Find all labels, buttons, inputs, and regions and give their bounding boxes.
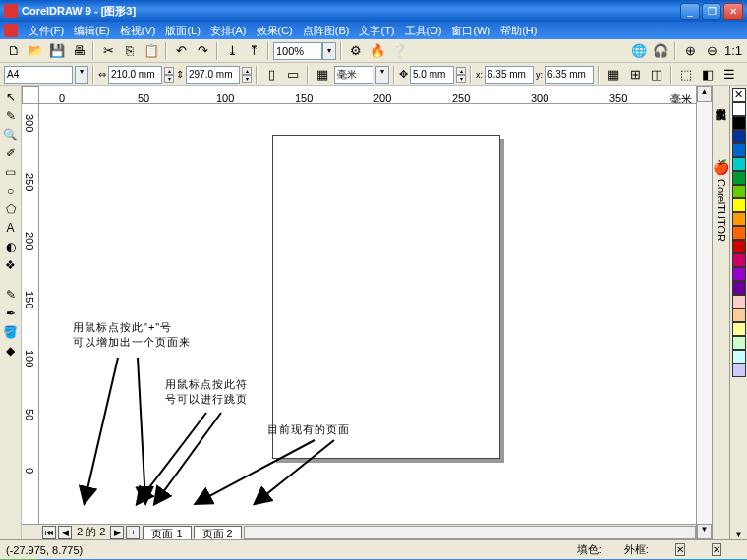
menu-tools[interactable]: 工具(O) (400, 24, 447, 38)
corel-online-button[interactable]: 🔥 (368, 41, 387, 61)
print-button[interactable]: 🖶 (69, 41, 88, 61)
eyedropper-tool[interactable]: ✎ (2, 286, 20, 304)
color-swatch[interactable] (732, 364, 746, 377)
palette-scroll-down[interactable]: ▼ (735, 531, 743, 539)
cut-button[interactable]: ✂ (98, 41, 118, 61)
treat-as-filled-button[interactable]: ◧ (698, 65, 718, 84)
new-button[interactable]: 🗋 (4, 41, 24, 61)
save-button[interactable]: 💾 (47, 41, 67, 61)
page-tab-1[interactable]: 页面 1 (143, 526, 191, 539)
color-swatch[interactable] (732, 281, 746, 295)
unit-combo[interactable] (334, 66, 374, 84)
width-spinner[interactable]: ▴▾ (164, 67, 174, 83)
color-swatch[interactable] (732, 267, 746, 281)
dup-y-input[interactable] (545, 66, 594, 84)
scroll-down-button[interactable]: ▼ (697, 524, 712, 539)
zoom-tool[interactable]: 🔍 (2, 126, 20, 143)
color-swatch[interactable] (732, 253, 746, 267)
menu-window[interactable]: 窗口(W) (446, 24, 495, 38)
undo-button[interactable]: ↶ (171, 41, 191, 61)
color-swatch[interactable] (732, 116, 746, 130)
pick-tool[interactable]: ↖ (2, 88, 20, 106)
snap-grid-button[interactable]: ▦ (603, 65, 623, 84)
zoom-11-button[interactable]: 1:1 (723, 41, 743, 61)
color-swatch[interactable] (732, 295, 746, 308)
open-button[interactable]: 📂 (26, 41, 45, 61)
redo-button[interactable]: ↷ (193, 41, 212, 61)
page-height-input[interactable] (186, 66, 240, 84)
tutor-icon[interactable]: 🍎 (713, 159, 729, 175)
minimize-button[interactable]: _ (680, 3, 700, 20)
text-tool[interactable]: A (2, 219, 20, 237)
menu-edit[interactable]: 编辑(E) (69, 24, 115, 38)
no-color-swatch[interactable]: ✕ (732, 88, 746, 102)
menu-bitmap[interactable]: 点阵图(B) (298, 24, 355, 38)
color-swatch[interactable] (732, 226, 746, 240)
color-swatch[interactable] (732, 212, 746, 226)
snap-obj-button[interactable]: ◫ (647, 65, 666, 84)
paper-size-combo[interactable] (4, 66, 73, 84)
tutor-label[interactable]: CorelTUTOR (716, 179, 727, 242)
doc-control-icon[interactable] (4, 24, 18, 37)
nudge-spinner[interactable]: ▴▾ (456, 67, 466, 83)
portrait-button[interactable]: ▯ (261, 65, 281, 84)
zoom-combo[interactable]: ▾ (273, 42, 336, 60)
zoom-in-button[interactable]: ⊕ (680, 41, 700, 61)
landscape-button[interactable]: ▭ (283, 65, 303, 84)
color-swatch[interactable] (732, 143, 746, 157)
menu-file[interactable]: 文件(F) (24, 24, 69, 38)
add-page-button[interactable]: + (126, 526, 140, 539)
interactive-tool[interactable]: ◆ (2, 342, 20, 360)
ruler-horizontal[interactable]: 0 50 100 150 200 250 300 350 毫米 (39, 86, 696, 104)
unit-dropdown[interactable]: ▾ (375, 66, 389, 84)
snap-guide-button[interactable]: ⊞ (625, 65, 645, 84)
color-swatch[interactable] (732, 102, 746, 116)
fill-tool[interactable]: 🪣 (2, 323, 20, 341)
restore-button[interactable]: ❐ (702, 3, 721, 20)
zoom-input[interactable] (273, 42, 322, 60)
page-width-input[interactable] (108, 66, 162, 84)
close-button[interactable]: ✕ (723, 3, 743, 20)
whats-this-button[interactable]: ❔ (389, 41, 409, 61)
interactive-transparency-tool[interactable]: ❖ (2, 256, 20, 274)
next-page-button[interactable]: ▶ (110, 526, 124, 539)
vertical-scrollbar[interactable]: ▲ ▼ (696, 86, 712, 539)
page-tab-2[interactable]: 页面 2 (194, 526, 242, 539)
options-button[interactable]: ☰ (719, 65, 739, 84)
scroll-up-button[interactable]: ▲ (697, 86, 712, 102)
fill-indicator-icon[interactable]: ✕ (675, 543, 685, 556)
color-swatch[interactable] (732, 157, 746, 171)
ruler-origin[interactable] (22, 86, 39, 104)
outline-tool[interactable]: ✒ (2, 305, 20, 322)
color-swatch[interactable] (732, 350, 746, 364)
height-spinner[interactable]: ▴▾ (242, 67, 252, 83)
import-button[interactable]: ⤓ (222, 41, 242, 61)
menu-help[interactable]: 帮助(H) (495, 24, 542, 38)
nudge-input[interactable] (410, 66, 454, 84)
menu-layout[interactable]: 版面(L) (160, 24, 204, 38)
scroll-track[interactable] (697, 102, 712, 524)
ellipse-tool[interactable]: ○ (2, 182, 20, 199)
paste-button[interactable]: 📋 (142, 41, 161, 61)
paper-dropdown[interactable]: ▾ (75, 66, 88, 84)
app-launcher-button[interactable]: ⚙ (346, 41, 366, 61)
zoom-out-button[interactable]: ⊖ (702, 41, 721, 61)
color-swatch[interactable] (732, 171, 746, 185)
internet-button[interactable]: 🌐 (629, 41, 649, 61)
scrapbook-button[interactable]: 🎧 (651, 41, 670, 61)
ruler-vertical[interactable]: 300 250 200 150 100 50 0 (22, 104, 39, 524)
interactive-fill-tool[interactable]: ◐ (2, 238, 20, 255)
canvas[interactable]: 用鼠标点按此"+"号 可以增加出一个页面来 用鼠标点按此符 号可以进行跳页 目前… (39, 104, 696, 524)
polygon-tool[interactable]: ⬠ (2, 200, 20, 218)
page-layout-button[interactable]: ▦ (313, 65, 332, 84)
export-button[interactable]: ⤒ (244, 41, 263, 61)
color-swatch[interactable] (732, 322, 746, 336)
dup-x-input[interactable] (485, 66, 534, 84)
color-swatch[interactable] (732, 240, 746, 253)
color-swatch[interactable] (732, 336, 746, 350)
color-swatch[interactable] (732, 198, 746, 212)
first-page-button[interactable]: ⏮ (42, 526, 56, 539)
menu-view[interactable]: 检视(V) (115, 24, 161, 38)
menu-effects[interactable]: 效果(C) (252, 24, 298, 38)
copy-button[interactable]: ⎘ (120, 41, 140, 61)
